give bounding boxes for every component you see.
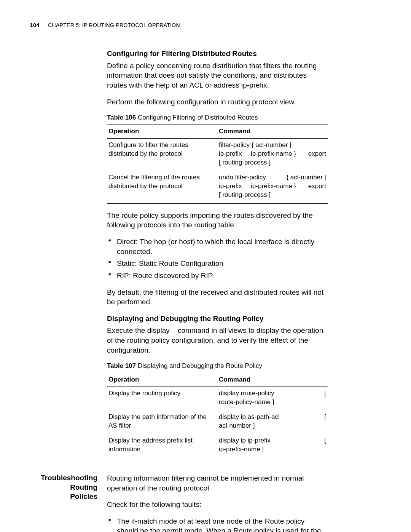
table106-r1c2: filter-policy { acl-number | ip-prefix i… <box>217 139 328 171</box>
table107-row2: Display the path information of the AS f… <box>107 411 328 434</box>
t106-r2c2-l2b: ip-prefix-name } <box>251 182 296 190</box>
t106-r1c2-l2a: ip-prefix <box>219 150 242 157</box>
page-header: 104 CHAPTER 5: IP ROUTING PROTOCOL OPERA… <box>30 21 381 30</box>
table107-th-operation: Operation <box>107 373 217 387</box>
table106-r1c1: Configure to filter the routes distribut… <box>107 139 217 171</box>
table107: Operation Command Display the routing po… <box>107 373 328 458</box>
table106-row1: Configure to filter the routes distribut… <box>107 139 328 171</box>
list-item: Direct: The hop (or host) to which the l… <box>107 237 328 256</box>
t107-r3c2c: ip-prefix-name ] <box>219 446 264 453</box>
t106-r1c2-l3: [ routing-process ] <box>219 159 271 166</box>
table107-row3: Display the address prefix list informat… <box>107 434 328 458</box>
t106-r1c2-l1: filter-policy { acl-number | <box>219 141 292 149</box>
table106-r2c2: undo filter-policy { acl-number | ip-pre… <box>217 171 328 203</box>
table107-r2c2: display ip as-path-acl[ acl-number ] <box>217 411 328 434</box>
t106-r2c2-l2c: export <box>305 182 326 191</box>
side-label-troubleshooting: Troubleshooting Routing Policies <box>25 473 97 502</box>
table107-r3c2: display ip ip-prefix[ ip-prefix-name ] <box>217 434 328 458</box>
section1-list: Direct: The hop (or host) to which the l… <box>107 237 328 281</box>
section3-p1: Routing information filtering cannot be … <box>107 473 328 493</box>
list-item: Static: Static Route Configuration <box>107 259 328 268</box>
t107-r2c2b: [ <box>321 413 326 422</box>
main-content: Configuring for Filtering Distributed Ro… <box>107 49 328 532</box>
section2-p1: Execute the display command in all views… <box>107 326 328 355</box>
side-label-line2: Policies <box>25 492 97 502</box>
table106-caption-bold: Table 106 <box>107 114 136 121</box>
table106-row2: Cancel the filtering of the routes distr… <box>107 171 328 203</box>
t107-r2c2c: acl-number ] <box>219 422 255 429</box>
table106-r2c1: Cancel the filtering of the routes distr… <box>107 171 217 203</box>
table106-th-command: Command <box>217 125 328 139</box>
section1-p4: By default, the filtering of the receive… <box>107 288 328 307</box>
table107-th-command: Command <box>217 373 328 387</box>
section3-p2: Check for the following faults: <box>107 500 328 510</box>
section2-p1-cmd: display <box>147 326 170 334</box>
table107-r3c1: Display the address prefix list informat… <box>107 434 217 458</box>
section2-title: Displaying and Debugging the Routing Pol… <box>107 314 328 324</box>
table106-th-operation: Operation <box>107 125 217 139</box>
t107-r2c2a: display ip as-path-acl <box>219 413 321 422</box>
table107-caption: Table 107 Displaying and Debugging the R… <box>107 362 328 371</box>
table107-row1: Display the routing policy display route… <box>107 387 328 411</box>
table107-caption-bold: Table 107 <box>107 362 136 369</box>
table106-caption: Table 106 Configuring Filtering of Distr… <box>107 113 328 122</box>
t107-r1c2c: route-policy-name ] <box>219 398 274 406</box>
t106-r1c2-l2b: ip-prefix-name } <box>251 150 296 157</box>
section1-p3: The route policy supports importing the … <box>107 211 328 230</box>
section2-p1a: Execute the <box>107 326 147 334</box>
t106-r1c2-l2c: export <box>305 150 326 158</box>
t106-r2c2-l3: [ routing-process ] <box>219 191 271 198</box>
list-item: The if-match mode of at least one node o… <box>107 516 328 532</box>
section3-list: The if-match mode of at least one node o… <box>107 516 328 532</box>
side-label-line1: Troubleshooting Routing <box>25 473 97 492</box>
section1-title: Configuring for Filtering Distributed Ro… <box>107 49 328 59</box>
t107-r1c2a: display route-policy <box>219 389 321 398</box>
table106-caption-rest: Configuring Filtering of Distributed Rou… <box>136 114 258 121</box>
table106: Operation Command Configure to filter th… <box>107 125 328 204</box>
section1-p2: Perform the following configuration in r… <box>107 97 328 107</box>
table107-r2c1: Display the path information of the AS f… <box>107 411 217 434</box>
t107-r3c2b: [ <box>321 436 326 445</box>
section1-p1: Define a policy concerning route distrib… <box>107 61 328 90</box>
t107-r3c2a: display ip ip-prefix <box>219 436 321 445</box>
list-item: RIP: Route discovered by RIP <box>107 271 328 281</box>
page-number: 104 <box>30 22 40 28</box>
table107-r1c1: Display the routing policy <box>107 387 217 411</box>
t106-r2c2-l1a: undo filter-policy <box>219 173 283 182</box>
t107-r1c2b: [ <box>321 389 326 398</box>
page: 104 CHAPTER 5: IP ROUTING PROTOCOL OPERA… <box>0 0 411 532</box>
table107-r1c2: display route-policy[ route-policy-name … <box>217 387 328 411</box>
chapter-title: CHAPTER 5: IP ROUTING PROTOCOL OPERATION <box>48 22 180 28</box>
table107-caption-rest: Displaying and Debugging the Route Polic… <box>136 362 262 369</box>
t106-r2c2-l1b: { acl-number | <box>283 173 326 182</box>
t106-r2c2-l2a: ip-prefix <box>219 182 242 190</box>
